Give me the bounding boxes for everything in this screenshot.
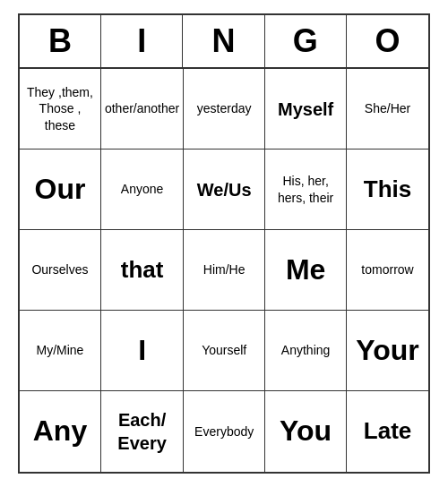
bingo-cell: My/Mine: [20, 311, 101, 391]
bingo-cell: Any: [20, 391, 101, 472]
bingo-cell: tomorrow: [347, 230, 428, 311]
header-letter: G: [265, 15, 347, 67]
bingo-cell: You: [265, 391, 347, 472]
header-letter: B: [20, 15, 101, 67]
bingo-cell: Late: [347, 391, 428, 472]
bingo-cell: We/Us: [184, 150, 265, 230]
bingo-grid: They ,them, Those , theseother/anotherye…: [20, 69, 428, 472]
bingo-card: BINGO They ,them, Those , theseother/ano…: [18, 13, 430, 474]
bingo-header: BINGO: [20, 15, 428, 69]
header-letter: O: [347, 15, 428, 67]
bingo-cell: Anyone: [101, 150, 184, 230]
bingo-cell: They ,them, Those , these: [20, 69, 101, 150]
bingo-cell: Him/He: [184, 230, 265, 311]
bingo-cell: She/Her: [347, 69, 428, 150]
bingo-cell: other/another: [101, 69, 184, 150]
bingo-cell: Myself: [265, 69, 347, 150]
bingo-cell: Our: [20, 150, 101, 230]
header-letter: I: [101, 15, 183, 67]
bingo-cell: Ourselves: [20, 230, 101, 311]
bingo-cell: This: [347, 150, 428, 230]
bingo-cell: Yourself: [184, 311, 265, 391]
bingo-cell: Each/ Every: [101, 391, 184, 472]
bingo-cell: His, her, hers, their: [265, 150, 347, 230]
header-letter: N: [183, 15, 264, 67]
bingo-cell: yesterday: [184, 69, 265, 150]
bingo-cell: Your: [347, 311, 428, 391]
bingo-cell: I: [101, 311, 184, 391]
bingo-cell: Me: [265, 230, 347, 311]
bingo-cell: that: [101, 230, 184, 311]
bingo-cell: Anything: [265, 311, 347, 391]
bingo-cell: Everybody: [184, 391, 265, 472]
